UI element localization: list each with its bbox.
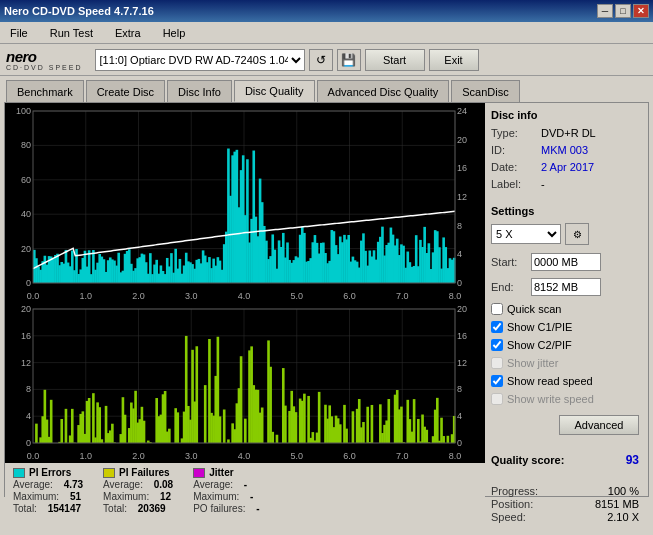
show-write-speed-checkbox[interactable] [491,393,503,405]
jitter-avg: - [244,479,247,490]
jitter-max: - [250,491,253,502]
quick-scan-checkbox[interactable] [491,303,503,315]
pi-failures-color [103,468,115,478]
refresh-icon[interactable]: ↺ [309,49,333,71]
label-label: Label: [491,178,541,190]
start-button[interactable]: Start [365,49,425,71]
show-read-speed-label: Show read speed [507,375,593,387]
id-label: ID: [491,144,541,156]
start-input[interactable] [531,253,601,271]
settings-title: Settings [491,205,639,217]
minimize-button[interactable]: ─ [597,4,613,18]
legend-pi-failures: PI Failures Average: 0.08 Maximum: 12 To… [103,467,173,514]
title-bar: Nero CD-DVD Speed 4.7.7.16 ─ □ ✕ [0,0,653,22]
position-value: 8151 MB [595,498,639,510]
maximize-button[interactable]: □ [615,4,631,18]
tab-create-disc[interactable]: Create Disc [86,80,165,102]
speed-label: Speed: [491,511,526,523]
window-controls: ─ □ ✕ [597,4,649,18]
start-label: Start: [491,256,531,268]
show-write-speed-row: Show write speed [491,393,639,405]
show-c1pie-checkbox[interactable] [491,321,503,333]
toolbar: nero CD·DVD SPEED [11:0] Optiarc DVD RW … [0,44,653,76]
chart-area: PI Errors Average: 4.73 Maximum: 51 Tota… [5,103,485,496]
show-jitter-label: Show jitter [507,357,558,369]
bottom-chart [5,303,485,463]
disc-info-title: Disc info [491,109,639,121]
menu-help[interactable]: Help [157,25,192,41]
id-value: MKM 003 [541,144,588,156]
menu-run-test[interactable]: Run Test [44,25,99,41]
main-content: PI Errors Average: 4.73 Maximum: 51 Tota… [4,102,649,497]
right-panel: Disc info Type: DVD+R DL ID: MKM 003 Dat… [485,103,645,496]
progress-value: 100 % [608,485,639,497]
tab-scandisc[interactable]: ScanDisc [451,80,519,102]
type-value: DVD+R DL [541,127,596,139]
menu-extra[interactable]: Extra [109,25,147,41]
tab-advanced-disc-quality[interactable]: Advanced Disc Quality [317,80,450,102]
speed-select[interactable]: 5 X Max 1 X 2 X 4 X 8 X [491,224,561,244]
pi-errors-max: 51 [70,491,81,502]
show-read-speed-row: Show read speed [491,375,639,387]
show-jitter-checkbox[interactable] [491,357,503,369]
position-label: Position: [491,498,533,510]
exit-button[interactable]: Exit [429,49,479,71]
quick-scan-row: Quick scan [491,303,639,315]
show-read-speed-checkbox[interactable] [491,375,503,387]
label-value: - [541,178,545,190]
top-chart [5,103,485,303]
show-write-speed-label: Show write speed [507,393,594,405]
tab-disc-info[interactable]: Disc Info [167,80,232,102]
quality-value: 93 [626,453,639,467]
show-jitter-row: Show jitter [491,357,639,369]
pi-failures-avg: 0.08 [154,479,173,490]
quick-scan-label: Quick scan [507,303,561,315]
menu-file[interactable]: File [4,25,34,41]
show-c1pie-row: Show C1/PIE [491,321,639,333]
show-c2pif-checkbox[interactable] [491,339,503,351]
window-title: Nero CD-DVD Speed 4.7.7.16 [4,5,154,17]
legend-area: PI Errors Average: 4.73 Maximum: 51 Tota… [5,463,485,518]
settings-icon[interactable]: ⚙ [565,223,589,245]
menu-bar: File Run Test Extra Help [0,22,653,44]
legend-pi-errors: PI Errors Average: 4.73 Maximum: 51 Tota… [13,467,83,514]
drive-select[interactable]: [11:0] Optiarc DVD RW AD-7240S 1.04 [95,49,305,71]
po-failures-value: - [256,503,259,514]
date-value: 2 Apr 2017 [541,161,594,173]
end-input[interactable] [531,278,601,296]
progress-label: Progress: [491,485,538,497]
advanced-button[interactable]: Advanced [559,415,639,435]
logo: nero CD·DVD SPEED [6,49,83,71]
quality-row: Quality score: 93 [491,453,639,467]
pi-errors-color [13,468,25,478]
pi-failures-title: PI Failures [119,467,170,478]
pi-failures-max: 12 [160,491,171,502]
show-c2pif-row: Show C2/PIF [491,339,639,351]
jitter-color [193,468,205,478]
progress-section: Progress: 100 % Position: 8151 MB Speed:… [491,485,639,524]
save-icon[interactable]: 💾 [337,49,361,71]
tab-disc-quality[interactable]: Disc Quality [234,80,315,102]
end-label: End: [491,281,531,293]
pi-errors-avg: 4.73 [64,479,83,490]
close-button[interactable]: ✕ [633,4,649,18]
pi-errors-total: 154147 [48,503,81,514]
legend-jitter: Jitter Average: - Maximum: - PO failures… [193,467,259,514]
speed-value: 2.10 X [607,511,639,523]
date-label: Date: [491,161,541,173]
show-c2pif-label: Show C2/PIF [507,339,572,351]
tab-bar: Benchmark Create Disc Disc Info Disc Qua… [0,76,653,102]
type-label: Type: [491,127,541,139]
tab-benchmark[interactable]: Benchmark [6,80,84,102]
show-c1pie-label: Show C1/PIE [507,321,572,333]
pi-errors-title: PI Errors [29,467,71,478]
jitter-title: Jitter [209,467,233,478]
pi-failures-total: 20369 [138,503,166,514]
quality-label: Quality score: [491,454,564,466]
